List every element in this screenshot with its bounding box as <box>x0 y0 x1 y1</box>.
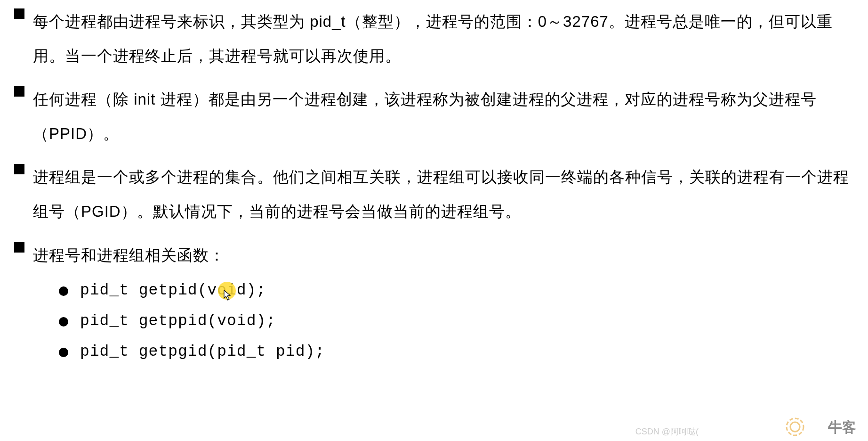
square-bullet-icon <box>14 86 24 97</box>
bullet-item: 任何进程（除 init 进程）都是由另一个进程创建，该进程称为被创建进程的父进程… <box>9 82 854 151</box>
bullet-item: 每个进程都由进程号来标识，其类型为 pid_t（整型），进程号的范围：0～327… <box>9 5 854 73</box>
circle-bullet-icon <box>59 317 68 327</box>
sub-item: pid_t getpid(void); <box>56 282 854 299</box>
circle-bullet-icon <box>59 286 68 296</box>
bullet-item: 进程号和进程组相关函数： pid_t getpid(void); pid_t g… <box>9 238 854 361</box>
code-text: pid_t getppid(void); <box>80 312 276 330</box>
svg-point-1 <box>790 422 800 432</box>
square-bullet-icon <box>14 242 24 253</box>
bullet-text: 进程号和进程组相关函数： <box>33 238 854 273</box>
watermark-csdn: CSDN @阿呵哒( <box>635 426 699 437</box>
code-text: pid_t getpgid(pid_t pid); <box>80 343 325 360</box>
bullet-item: 进程组是一个或多个进程的集合。他们之间相互关联，进程组可以接收同一终端的各种信号… <box>9 160 854 229</box>
cursor-arrow-icon <box>224 290 233 301</box>
bullet-text: 任何进程（除 init 进程）都是由另一个进程创建，该进程称为被创建进程的父进程… <box>33 82 854 151</box>
circle-bullet-icon <box>59 348 68 357</box>
main-bullet-list: 每个进程都由进程号来标识，其类型为 pid_t（整型），进程号的范围：0～327… <box>9 5 854 360</box>
niuke-logo-icon <box>786 417 804 436</box>
sub-item: pid_t getppid(void); <box>56 312 854 330</box>
bullet-text: 每个进程都由进程号来标识，其类型为 pid_t（整型），进程号的范围：0～327… <box>33 5 854 73</box>
square-bullet-icon <box>14 164 24 174</box>
square-bullet-icon <box>14 8 24 19</box>
sub-item: pid_t getpgid(pid_t pid); <box>56 343 854 360</box>
watermark-niuke: 牛客 <box>828 418 856 437</box>
sub-bullet-list: pid_t getpid(void); pid_t getppid(void);… <box>33 282 854 360</box>
bullet-text: 进程组是一个或多个进程的集合。他们之间相互关联，进程组可以接收同一终端的各种信号… <box>33 160 854 229</box>
svg-point-0 <box>787 418 804 435</box>
code-text: pid_t getpid(void); <box>80 282 266 299</box>
